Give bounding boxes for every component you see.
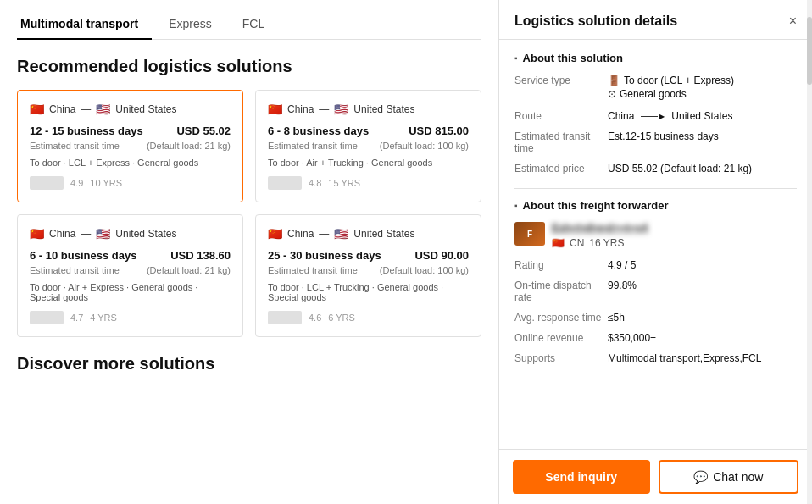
rating-value: 4.9 / 5	[608, 259, 797, 271]
door-icon: 🚪	[608, 75, 620, 86]
service-type-text1: To door (LCL + Express)	[624, 75, 734, 86]
card4-sub: Estimated transit time (Default load: 10…	[268, 265, 469, 275]
transit-label: Estimated transit time	[514, 130, 608, 154]
card4-forwarder-logo	[268, 311, 302, 324]
supports-label: Supports	[514, 352, 608, 364]
chat-now-button[interactable]: 💬 Chat now	[659, 460, 799, 494]
card1-transit-label: Estimated transit time	[30, 141, 120, 151]
rating-label: Rating	[514, 259, 608, 271]
card2-main: 6 - 8 business days USD 815.00	[268, 125, 469, 137]
card3-transit-label: Estimated transit time	[30, 265, 120, 275]
card2-sub: Estimated transit time (Default load: 10…	[268, 141, 469, 151]
side-panel: Logistics solution details × About this …	[498, 0, 812, 504]
card3-forwarder-logo	[30, 311, 64, 324]
card2-flag-from: 🇨🇳	[268, 102, 282, 116]
card1-price: USD 55.02	[176, 125, 231, 137]
revenue-value: $350,000+	[608, 332, 797, 344]
card2-price: USD 815.00	[409, 125, 469, 137]
section-title: Recommended logistics solutions	[17, 57, 481, 76]
tab-express[interactable]: Express	[165, 10, 225, 39]
discover-title: Discover more solutions	[17, 354, 481, 374]
divider-1	[514, 188, 797, 189]
card3-transit: 6 - 10 business days	[30, 249, 136, 262]
card3-rating: 4.7	[70, 313, 83, 323]
close-button[interactable]: ×	[789, 14, 797, 28]
card3-arrow: —	[81, 228, 91, 240]
card1-years: 10 YRS	[90, 178, 122, 188]
card4-price-note: (Default load: 100 kg)	[380, 265, 469, 275]
card2-route-from: China	[287, 103, 314, 115]
route-arrow: China ▶ United States	[608, 110, 732, 122]
card4-transit: 25 - 30 business days	[268, 249, 381, 262]
tab-multimodal[interactable]: Multimodal transport	[17, 10, 152, 39]
card4-footer: 4.6 6 YRS	[268, 311, 469, 324]
card4-arrow: —	[319, 228, 329, 240]
supports-row: Supports Multimodal transport,Express,FC…	[514, 352, 797, 364]
dispatch-value: 99.8%	[608, 280, 797, 291]
card2-transit: 6 - 8 business days	[268, 125, 369, 137]
tab-fcl[interactable]: FCL	[239, 10, 278, 39]
about-solution-label: About this solution	[523, 52, 623, 64]
scrollbar-thumb[interactable]	[807, 17, 812, 85]
service-type-text2: General goods	[620, 88, 687, 100]
forwarder-years: 16 YRS	[589, 237, 624, 249]
main-content: Multimodal transport Express FCL Recomme…	[0, 0, 498, 504]
card3-tags: To door · Air + Express · General goods …	[30, 282, 231, 302]
send-inquiry-button[interactable]: Send inquiry	[513, 460, 650, 494]
service-type-row: Service type 🚪 To door (LCL + Express) ⊙…	[514, 75, 797, 102]
forwarder-country: CN	[570, 237, 584, 249]
card2-transit-label: Estimated transit time	[268, 141, 358, 151]
price-label: Estimated price	[514, 163, 608, 174]
card3-years: 4 YRS	[90, 313, 117, 323]
card3-route-from: China	[49, 228, 75, 240]
route-to: United States	[671, 110, 732, 122]
card4-price: USD 90.00	[414, 249, 469, 262]
card2-arrow: —	[319, 103, 329, 115]
chat-icon: 💬	[693, 470, 708, 484]
logistics-card-3[interactable]: 🇨🇳 China — 🇺🇸 United States 6 - 10 busin…	[17, 214, 243, 337]
route-label: Route	[514, 110, 608, 122]
response-value: ≤5h	[608, 312, 797, 324]
route-arrow-symbol: ▶	[641, 113, 665, 120]
dispatch-label: On-time dispatch rate	[514, 280, 608, 303]
card1-transit: 12 - 15 business days	[30, 125, 143, 137]
card3-flag-from: 🇨🇳	[30, 227, 44, 241]
card4-years: 6 YRS	[328, 313, 355, 323]
service-type-label: Service type	[514, 75, 608, 86]
card1-footer: 4.9 10 YRS	[30, 176, 231, 190]
route-from: China	[608, 110, 634, 122]
card2-route: 🇨🇳 China — 🇺🇸 United States	[268, 102, 469, 116]
card2-years: 15 YRS	[328, 178, 360, 188]
panel-title: Logistics solution details	[514, 14, 677, 29]
card1-main: 12 - 15 business days USD 55.02	[30, 125, 231, 137]
forwarder-name[interactable]: Esh•rt•dl•e•d+••t••v4	[552, 222, 648, 234]
card4-route-to: United States	[353, 228, 414, 240]
service-line1: 🚪 To door (LCL + Express)	[608, 75, 797, 86]
card4-transit-label: Estimated transit time	[268, 265, 358, 275]
card3-price-note: (Default load: 21 kg)	[147, 265, 231, 275]
card4-rating: 4.6	[309, 313, 321, 323]
card1-price-note: (Default load: 21 kg)	[147, 141, 231, 151]
card1-route-to: United States	[115, 103, 176, 115]
forwarder-meta: 🇨🇳 CN 16 YRS	[552, 237, 648, 249]
logistics-card-1[interactable]: 🇨🇳 China — 🇺🇸 United States 12 - 15 busi…	[17, 90, 243, 202]
card1-route-from: China	[49, 103, 75, 115]
route-row: Route China ▶ United States	[514, 110, 797, 122]
panel-footer: Send inquiry 💬 Chat now	[499, 449, 812, 504]
card2-forwarder-logo	[268, 176, 302, 190]
solution-info-table: Service type 🚪 To door (LCL + Express) ⊙…	[514, 75, 797, 174]
card3-flag-to: 🇺🇸	[96, 227, 110, 241]
card3-sub: Estimated transit time (Default load: 21…	[30, 265, 231, 275]
logistics-card-4[interactable]: 🇨🇳 China — 🇺🇸 United States 25 - 30 busi…	[255, 214, 481, 337]
about-solution-heading: About this solution	[514, 52, 797, 64]
chat-label: Chat now	[713, 470, 763, 484]
card2-rating: 4.8	[309, 178, 321, 188]
forwarder-avatar	[514, 222, 545, 246]
logistics-card-2[interactable]: 🇨🇳 China — 🇺🇸 United States 6 - 8 busine…	[255, 90, 481, 202]
cards-grid: 🇨🇳 China — 🇺🇸 United States 12 - 15 busi…	[17, 90, 481, 337]
price-value: USD 55.02 (Default load: 21 kg)	[608, 163, 797, 174]
card4-flag-from: 🇨🇳	[268, 227, 282, 241]
card2-route-to: United States	[353, 103, 414, 115]
forwarder-flag: 🇨🇳	[552, 237, 565, 249]
scrollbar-track	[807, 0, 812, 504]
